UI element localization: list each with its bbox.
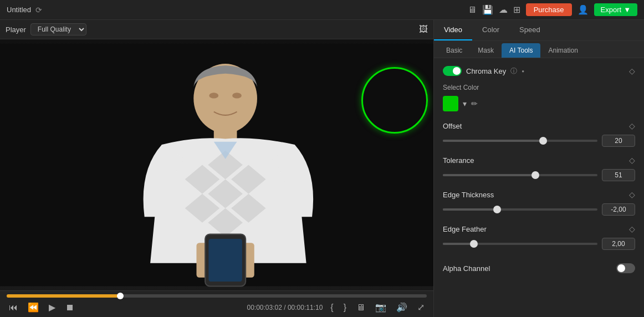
purchase-button[interactable]: Purchase [526, 3, 572, 16]
edge-thickness-slider-row [443, 203, 635, 216]
chroma-key-label: Chroma Key [466, 67, 506, 75]
edge-thickness-header: Edge Thickness ◇ [443, 190, 635, 199]
top-bar: Untitled ⟳ 🖥 💾 ☁ ⊞ Purchase 👤 Export ▼ [0, 0, 644, 20]
color-dropdown-arrow[interactable]: ▾ [463, 99, 467, 108]
stop-button[interactable]: ⏹ [63, 301, 76, 314]
progress-fill [7, 294, 120, 298]
current-time: 00:00:03:02 [247, 304, 282, 311]
image-icon[interactable]: 🖼 [419, 24, 428, 34]
total-time: 00:00:11:10 [288, 304, 323, 311]
app-title: Untitled [7, 6, 31, 14]
video-container [0, 39, 433, 290]
step-back-button[interactable]: ⏪ [25, 301, 41, 314]
monitor-icon[interactable]: 🖥 [468, 5, 477, 15]
color-picker-row: ▾ ✏ [443, 96, 635, 111]
main-area: Player Full Quality Half Quality 🖼 [0, 20, 644, 317]
info-icon[interactable]: ⓘ [510, 67, 517, 76]
progress-bar[interactable] [7, 294, 427, 298]
diamond-icon[interactable]: ◇ [629, 67, 635, 75]
edge-thickness-diamond-icon[interactable]: ◇ [629, 190, 635, 199]
offset-slider-thumb[interactable] [539, 137, 547, 145]
edge-feather-diamond-icon[interactable]: ◇ [629, 224, 635, 233]
subtab-ai-tools[interactable]: AI Tools [502, 43, 540, 58]
tab-speed[interactable]: Speed [509, 20, 550, 40]
subtab-mask[interactable]: Mask [470, 43, 502, 58]
offset-diamond-icon[interactable]: ◇ [629, 121, 635, 130]
tolerance-slider-fill [443, 174, 535, 176]
top-bar-right: 🖥 💾 ☁ ⊞ Purchase 👤 Export ▼ [468, 3, 637, 16]
save-icon[interactable]: 💾 [482, 4, 493, 15]
alpha-channel-section: Alpha Channel [443, 259, 635, 273]
grid-icon[interactable]: ⊞ [513, 4, 520, 15]
alpha-channel-toggle[interactable] [616, 263, 635, 273]
select-color-label: Select Color [443, 84, 635, 91]
eyedropper-icon[interactable]: ✏ [471, 99, 478, 108]
profile-icon[interactable]: 👤 [577, 4, 589, 15]
player-bar: Player Full Quality Half Quality 🖼 [0, 20, 433, 39]
edge-feather-value-input[interactable] [602, 238, 635, 250]
edge-feather-slider-track[interactable] [443, 243, 597, 245]
offset-slider-track[interactable] [443, 140, 597, 142]
edge-thickness-slider-thumb[interactable] [493, 206, 501, 213]
time-display: 00:00:03:02 / 00:00:11:10 [247, 304, 323, 311]
offset-value-input[interactable] [602, 135, 635, 147]
panel-sub-tabs: Basic Mask AI Tools Animation [434, 41, 644, 58]
tolerance-slider-row [443, 169, 635, 181]
chroma-key-left: Chroma Key ⓘ ● [443, 66, 524, 76]
svg-point-13 [209, 93, 218, 98]
edge-thickness-value-input[interactable] [602, 203, 635, 216]
offset-slider-fill [443, 140, 543, 142]
offset-slider-row [443, 135, 635, 147]
tab-video[interactable]: Video [434, 20, 472, 40]
tolerance-label: Tolerance [443, 156, 474, 165]
more-icon[interactable]: ● [522, 69, 524, 74]
subtab-animation[interactable]: Animation [540, 43, 585, 58]
screen-button[interactable]: 🖥 [354, 301, 367, 314]
edge-feather-section: Edge Feather ◇ [443, 224, 635, 250]
player-label: Player [6, 25, 26, 34]
offset-section: Offset ◇ [443, 121, 635, 147]
tolerance-header: Tolerance ◇ [443, 156, 635, 165]
top-bar-left: Untitled ⟳ [7, 6, 42, 14]
offset-label: Offset [443, 122, 462, 130]
video-preview [0, 39, 433, 290]
offset-header: Offset ◇ [443, 121, 635, 130]
tolerance-value-input[interactable] [602, 169, 635, 181]
color-swatch[interactable] [443, 96, 458, 111]
bracket-open-button[interactable]: { [328, 301, 335, 314]
skip-back-button[interactable]: ⏮ [7, 301, 20, 314]
tolerance-diamond-icon[interactable]: ◇ [629, 156, 635, 165]
edge-thickness-slider-track[interactable] [443, 208, 597, 211]
svg-point-14 [232, 93, 242, 98]
tolerance-slider-track[interactable] [443, 174, 597, 176]
tab-color[interactable]: Color [472, 20, 509, 40]
volume-button[interactable]: 🔊 [394, 301, 410, 314]
cloud-icon[interactable]: ☁ [499, 4, 508, 15]
expand-button[interactable]: ⤢ [415, 301, 427, 314]
tolerance-slider-thumb[interactable] [531, 171, 539, 179]
progress-thumb[interactable] [117, 293, 124, 299]
camera-button[interactable]: 📷 [373, 301, 389, 314]
export-button[interactable]: Export ▼ [594, 3, 637, 16]
person-svg [0, 39, 433, 290]
select-color-section: Select Color ▾ ✏ [443, 84, 635, 111]
history-icon[interactable]: ⟳ [35, 6, 42, 14]
edge-thickness-slider-fill [443, 208, 497, 211]
quality-select[interactable]: Full Quality Half Quality [30, 23, 86, 35]
chroma-key-toggle[interactable] [443, 66, 462, 76]
subtab-basic[interactable]: Basic [438, 43, 470, 58]
play-button[interactable]: ▶ [47, 301, 58, 314]
panel-content: Chroma Key ⓘ ● ◇ Select Color ▾ ✏ Offset [434, 58, 644, 317]
edge-feather-label: Edge Feather [443, 225, 487, 233]
edge-thickness-label: Edge Thickness [443, 191, 494, 199]
edge-feather-slider-thumb[interactable] [470, 240, 478, 248]
tolerance-section: Tolerance ◇ [443, 156, 635, 181]
svg-rect-12 [208, 239, 242, 282]
bracket-close-button[interactable]: } [341, 301, 349, 314]
chevron-down-icon: ▼ [623, 6, 631, 14]
edge-feather-slider-fill [443, 243, 474, 245]
edge-feather-header: Edge Feather ◇ [443, 224, 635, 233]
right-panel: Video Color Speed Basic Mask AI Tools An… [433, 20, 644, 317]
edge-feather-slider-row [443, 238, 635, 250]
player-bar-right: 🖼 [419, 24, 428, 34]
